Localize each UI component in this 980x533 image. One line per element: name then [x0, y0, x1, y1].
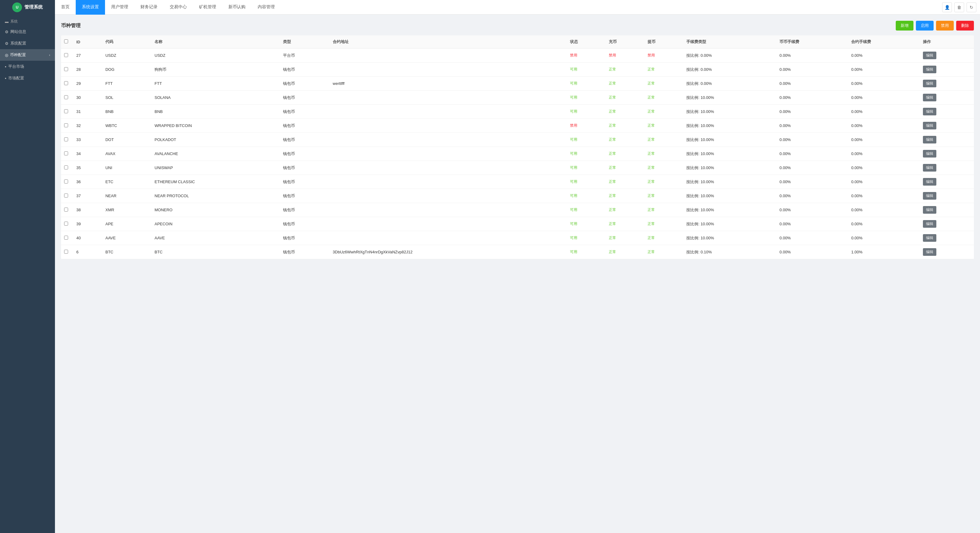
row-checkbox-cell [61, 91, 73, 105]
cell-action: 编辑 [920, 189, 974, 203]
cell-charge: 正常 [606, 147, 644, 161]
header-coin-fee: 币币手续费 [776, 35, 848, 49]
cell-type: 平台币 [280, 49, 330, 62]
edit-button[interactable]: 编辑 [923, 248, 936, 256]
cell-withdraw: 正常 [644, 76, 683, 91]
cell-withdraw: 正常 [644, 105, 683, 119]
refresh-button[interactable]: ↻ [967, 2, 976, 12]
nav-item-系统设置[interactable]: 系统设置 [76, 0, 105, 15]
user-info-button[interactable]: 👤 [942, 2, 952, 12]
logo: U 管理系统 [0, 0, 55, 15]
cell-id: 39 [73, 217, 102, 231]
top-navigation: U 管理系统 首页系统设置用户管理财务记录交易中心矿机管理新币认购内容管理 👤 … [0, 0, 980, 15]
row-checkbox[interactable] [64, 222, 68, 226]
row-checkbox[interactable] [64, 67, 68, 71]
cell-coin-fee: 0.00% [776, 217, 848, 231]
cell-coin-fee: 0.00% [776, 231, 848, 245]
row-checkbox[interactable] [64, 194, 68, 197]
cell-action: 编辑 [920, 245, 974, 259]
cell-name: ETHEREUM CLASSIC [151, 175, 280, 189]
row-checkbox[interactable] [64, 250, 68, 254]
cell-contract-fee: 0.00% [848, 91, 920, 105]
chevron-right-icon: › [49, 53, 50, 57]
delete-button[interactable]: 删除 [956, 21, 974, 30]
row-checkbox[interactable] [64, 81, 68, 85]
cell-status: 可用 [567, 105, 606, 119]
logo-icon: U [12, 2, 22, 12]
edit-button[interactable]: 编辑 [923, 122, 936, 129]
disable-button[interactable]: 禁用 [936, 21, 954, 30]
cell-type: 钱包币 [280, 91, 330, 105]
cell-id: 40 [73, 231, 102, 245]
edit-button[interactable]: 编辑 [923, 52, 936, 59]
row-checkbox-cell [61, 119, 73, 133]
cell-contract [330, 105, 567, 119]
cell-contract [330, 62, 567, 76]
header-action: 操作 [920, 35, 974, 49]
edit-button[interactable]: 编辑 [923, 66, 936, 73]
cell-contract [330, 203, 567, 217]
row-checkbox[interactable] [64, 137, 68, 142]
select-all-checkbox[interactable] [64, 40, 68, 43]
cell-charge: 禁用 [606, 49, 644, 62]
edit-button[interactable]: 编辑 [923, 178, 936, 186]
nav-item-财务记录[interactable]: 财务记录 [134, 0, 164, 15]
edit-button[interactable]: 编辑 [923, 150, 936, 158]
sidebar-item-system-config[interactable]: ⚙ 系统配置 [0, 38, 55, 49]
row-checkbox[interactable] [64, 235, 68, 240]
header-name: 名称 [151, 35, 280, 49]
cell-code: NEAR [102, 189, 151, 203]
sidebar-item-coin-config[interactable]: ◎ 币种配置 › [0, 49, 55, 61]
cell-status: 可用 [567, 62, 606, 76]
cell-name: UNISWAP [151, 161, 280, 175]
row-checkbox-cell [61, 231, 73, 245]
cell-type: 钱包币 [280, 189, 330, 203]
cell-contract-fee: 0.00% [848, 147, 920, 161]
enable-button[interactable]: 启用 [916, 21, 934, 30]
sidebar-item-market-config[interactable]: ▪ 市场配置 [0, 72, 55, 84]
edit-button[interactable]: 编辑 [923, 220, 936, 228]
add-button[interactable]: 新增 [896, 21, 913, 30]
edit-button[interactable]: 编辑 [923, 206, 936, 214]
row-checkbox[interactable] [64, 208, 68, 212]
row-checkbox[interactable] [64, 53, 68, 57]
edit-button[interactable]: 编辑 [923, 164, 936, 172]
coin-table: ID 代码 名称 类型 合约地址 状态 充币 提币 手续费类型 币币手续费 合约… [61, 35, 974, 259]
sidebar-item-website-info[interactable]: ⚙ 网站信息 [0, 26, 55, 38]
sidebar-item-platform-market[interactable]: ▪ 平台市场 [0, 61, 55, 72]
nav-items: 首页系统设置用户管理财务记录交易中心矿机管理新币认购内容管理 [55, 0, 942, 15]
row-checkbox[interactable] [64, 165, 68, 169]
row-checkbox[interactable] [64, 180, 68, 183]
cell-charge: 正常 [606, 231, 644, 245]
cell-status: 可用 [567, 133, 606, 147]
edit-button[interactable]: 编辑 [923, 192, 936, 200]
cell-fee-type: 按比例: 0.10% [683, 245, 776, 259]
nav-item-新币认购[interactable]: 新币认购 [222, 0, 251, 15]
nav-item-矿机管理[interactable]: 矿机管理 [193, 0, 222, 15]
sidebar-section-title: ▬ 系统 [0, 15, 55, 26]
row-checkbox[interactable] [64, 95, 68, 99]
nav-item-用户管理[interactable]: 用户管理 [105, 0, 134, 15]
row-checkbox[interactable] [64, 151, 68, 155]
cell-type: 钱包币 [280, 147, 330, 161]
row-checkbox[interactable] [64, 123, 68, 127]
row-checkbox-cell [61, 133, 73, 147]
nav-item-首页[interactable]: 首页 [55, 0, 76, 15]
edit-button[interactable]: 编辑 [923, 80, 936, 87]
trash-button[interactable]: 🗑 [955, 2, 964, 12]
cell-status: 禁用 [567, 49, 606, 62]
edit-button[interactable]: 编辑 [923, 94, 936, 101]
header-code: 代码 [102, 35, 151, 49]
nav-item-交易中心[interactable]: 交易中心 [164, 0, 193, 15]
edit-button[interactable]: 编辑 [923, 136, 936, 143]
edit-button[interactable]: 编辑 [923, 108, 936, 115]
nav-item-内容管理[interactable]: 内容管理 [251, 0, 281, 15]
row-checkbox[interactable] [64, 109, 68, 113]
cell-status: 可用 [567, 147, 606, 161]
edit-button[interactable]: 编辑 [923, 234, 936, 242]
cell-type: 钱包币 [280, 133, 330, 147]
cell-contract-fee: 0.00% [848, 119, 920, 133]
cell-code: SOL [102, 91, 151, 105]
cell-contract [330, 49, 567, 62]
cell-action: 编辑 [920, 49, 974, 62]
